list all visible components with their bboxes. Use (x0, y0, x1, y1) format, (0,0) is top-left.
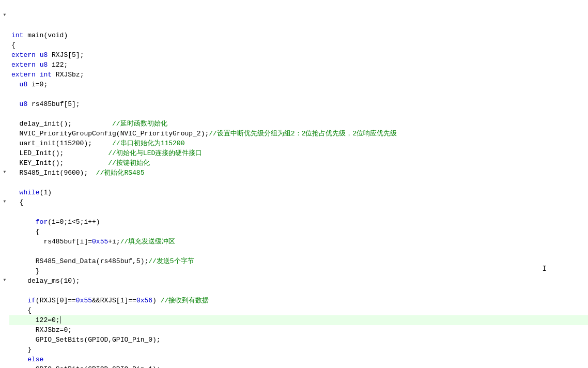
token-txt: rs485buf[5]; (27, 100, 80, 108)
collapse-icon[interactable]: ▼ (4, 169, 6, 175)
line-content: extern u8 RXJS[5]; (9, 50, 588, 60)
collapse-icon[interactable]: ▼ (4, 277, 6, 283)
code-line: delay_ms(10); (9, 276, 588, 286)
code-line (9, 207, 588, 217)
token-kw: else (27, 356, 43, 363)
code-line: GPIO_SetBits(GPIOD,GPIO_Pin_1); (9, 364, 588, 369)
token-txt: delay_ms(10); (11, 277, 80, 285)
token-kw: int (11, 32, 23, 39)
code-line: else (9, 355, 588, 364)
token-txt: { (11, 41, 16, 49)
token-comment-cn: //设置中断优先级分组为组2：2位抢占优先级，2位响应优先级 (209, 130, 397, 137)
line-content: i22=0; (9, 315, 588, 325)
code-line: { (9, 197, 588, 207)
token-txt: ) (152, 297, 161, 304)
line-content (9, 89, 588, 99)
token-txt (11, 189, 20, 196)
token-txt: } (11, 267, 40, 275)
token-txt: delay_init(); (11, 120, 112, 128)
token-txt (11, 297, 27, 304)
token-txt (11, 218, 36, 226)
token-kw: for (36, 218, 48, 226)
token-kw: int (40, 71, 52, 79)
gutter-row: ▼ (4, 10, 6, 20)
token-txt: { (11, 306, 32, 314)
collapse-icon[interactable]: ▼ (4, 198, 6, 205)
token-comment-cn: //填充发送缓冲区 (120, 238, 176, 246)
line-content (9, 286, 588, 296)
token-comment-cn: //接收到有数据 (161, 297, 209, 304)
line-content: u8 i=0; (9, 80, 588, 89)
token-txt: { (11, 198, 23, 206)
token-comment-cn: //初始化RS485 (96, 169, 145, 177)
token-txt: RS485_Send_Data(rs485buf,5); (11, 257, 148, 265)
token-comment-cn: //发送5个字节 (148, 257, 194, 265)
token-num: 0x55 (92, 238, 108, 246)
code-line: { (9, 227, 588, 237)
line-content: GPIO_SetBits(GPIOD,GPIO_Pin_1); (9, 364, 588, 369)
code-line: } (9, 266, 588, 276)
token-txt: (RXJS[0]== (36, 297, 76, 304)
code-line: NVIC_PriorityGroupConfig(NVIC_PriorityGr… (9, 129, 588, 139)
code-lines: int main(void){extern u8 RXJS[5];extern … (9, 0, 588, 368)
token-txt (11, 100, 20, 108)
token-kw: while (20, 189, 40, 196)
token-kw: extern (11, 61, 36, 69)
token-txt: rs485buf[i]= (11, 238, 92, 246)
token-kw: u8 (20, 81, 28, 88)
line-content: else (9, 355, 588, 364)
token-comment-cn: //按键初始化 (108, 159, 150, 167)
line-content: GPIO_SetBits(GPIOD,GPIO_Pin_0); (9, 335, 588, 345)
collapse-icon[interactable]: ▼ (4, 12, 6, 18)
line-content: NVIC_PriorityGroupConfig(NVIC_PriorityGr… (9, 129, 588, 139)
code-line: { (9, 40, 588, 50)
code-line: } (9, 345, 588, 355)
code-line: RXJSbz=0; (9, 325, 588, 335)
code-line (9, 109, 588, 119)
token-comment-cn: //延时函数初始化 (112, 120, 167, 128)
token-txt: LED_Init(); (11, 149, 108, 157)
code-editor: ▼▼▼▼ int main(void){extern u8 RXJS[5];ex… (0, 0, 588, 368)
line-content: { (9, 40, 588, 50)
line-content: LED_Init(); //初始化与LED连接的硬件接口 (9, 148, 588, 158)
token-kw: extern (11, 51, 36, 59)
line-content: { (9, 227, 588, 237)
line-content: RXJSbz=0; (9, 325, 588, 335)
line-content: KEY_Init(); //按键初始化 (9, 158, 588, 168)
code-line: extern int RXJSbz; (9, 70, 588, 80)
token-kw: u8 (40, 51, 48, 59)
code-line: for(i=0;i<5;i++) (9, 217, 588, 227)
token-txt (36, 71, 40, 79)
token-txt (36, 51, 40, 59)
code-line: GPIO_SetBits(GPIOD,GPIO_Pin_0); (9, 335, 588, 345)
token-txt: main(void) (23, 32, 68, 39)
token-txt: GPIO_SetBits(GPIOD,GPIO_Pin_0); (11, 336, 161, 344)
line-content: int main(void) (9, 30, 588, 40)
line-content: { (9, 305, 588, 315)
code-area[interactable]: int main(void){extern u8 RXJS[5];extern … (9, 0, 588, 368)
line-content: } (9, 266, 588, 276)
code-line: rs485buf[i]=0x55+i;//填充发送缓冲区 (9, 237, 588, 247)
line-content: if(RXJS[0]==0x55&&RXJS[1]==0x56) //接收到有数… (9, 296, 588, 305)
token-txt: (1) (40, 189, 52, 196)
token-txt: +i; (108, 238, 120, 246)
code-line: delay_init(); //延时函数初始化 (9, 119, 588, 129)
line-content: } (9, 345, 588, 355)
token-kw: u8 (40, 61, 48, 69)
code-line: if(RXJS[0]==0x55&&RXJS[1]==0x56) //接收到有数… (9, 296, 588, 305)
token-comment-cn: //串口初始化为115200 (112, 140, 184, 147)
gutter-row: ▼ (4, 275, 6, 285)
token-txt: &&RXJS[1]== (92, 297, 136, 304)
token-txt: KEY_Init(); (11, 159, 108, 167)
token-num: 0x55 (76, 297, 92, 304)
token-kw: extern (11, 71, 36, 79)
token-txt: i22; (48, 61, 68, 69)
token-txt: RS485_Init(9600); (11, 169, 96, 177)
code-line (9, 247, 588, 256)
token-txt: RXJSbz=0; (11, 326, 72, 334)
line-content: rs485buf[i]=0x55+i;//填充发送缓冲区 (9, 237, 588, 247)
gutter-row: ▼ (4, 196, 6, 206)
code-line: KEY_Init(); //按键初始化 (9, 158, 588, 168)
token-txt: i=0; (27, 81, 48, 88)
code-line (9, 286, 588, 296)
